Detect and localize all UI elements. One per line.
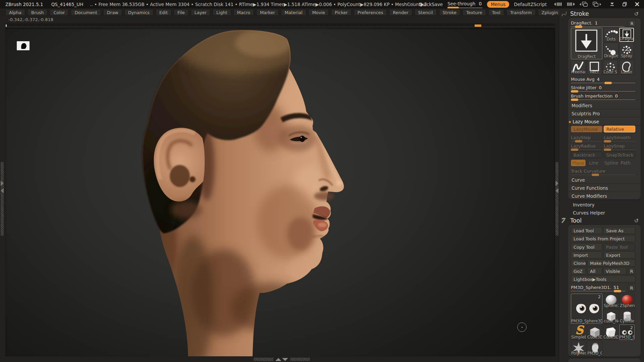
stroke-thumb-spray[interactable]: Spray xyxy=(619,43,634,59)
sculpt-head-viewport[interactable] xyxy=(5,28,555,356)
timeline-playhead[interactable] xyxy=(6,24,7,27)
menu-render[interactable]: Render xyxy=(389,9,412,16)
bottom-tray-handle[interactable] xyxy=(254,358,310,361)
lazystep-slider[interactable]: LazyStep xyxy=(571,134,602,142)
section-modifiers[interactable]: Modifiers xyxy=(568,102,641,110)
lazysnap-slider[interactable]: LazySnap xyxy=(604,143,635,151)
paste-tool-button[interactable]: Paste Tool xyxy=(603,244,635,250)
brush-imperfection-handle[interactable] xyxy=(571,99,578,101)
stroke-thumb-dragrect-small-selected[interactable]: DragRe xyxy=(619,28,634,42)
stroke-type-slider[interactable]: DragRect.1 xyxy=(571,20,625,28)
dock-right-icon[interactable] xyxy=(592,2,601,7)
tool-thumb-polymesh-star[interactable]: PolyMes xyxy=(571,341,586,356)
tool-thumb-zsphere[interactable]: ZSphere xyxy=(620,294,635,308)
section-curve[interactable]: Curve xyxy=(568,176,641,184)
snaptotrack-button[interactable]: SnapToTrack xyxy=(604,152,635,158)
copy-tool-button[interactable]: Copy Tool xyxy=(571,244,602,250)
tray-arrow-up-icon[interactable] xyxy=(275,358,281,361)
document-preview-thumb[interactable] xyxy=(17,41,30,50)
menu-texture[interactable]: Texture xyxy=(463,9,486,16)
section-lazy-mouse[interactable]: Lazy Mouse xyxy=(568,118,641,126)
tool-thumb-cube-ne[interactable]: cube_Ne xyxy=(603,309,619,324)
line-mode-button[interactable]: Line xyxy=(589,160,598,166)
track-curvature-slider[interactable]: Track Curvature xyxy=(571,168,635,176)
tool-thumb-selected-pm3d-sphere3d[interactable]: 2 PM3D_Sphere3D xyxy=(571,294,602,324)
right-tray-divider[interactable] xyxy=(555,162,558,236)
timeline-bar[interactable] xyxy=(5,24,555,27)
stroke-reset-icon[interactable]: ↺ xyxy=(634,11,639,17)
current-tool-handle[interactable] xyxy=(614,290,621,292)
menu-draw[interactable]: Draw xyxy=(103,9,122,16)
left-tray-divider[interactable] xyxy=(1,162,4,236)
tool-reset-icon[interactable]: ↺ xyxy=(634,218,639,224)
right-tray-close-icon[interactable] xyxy=(555,188,558,193)
minimize-icon[interactable] xyxy=(610,2,614,6)
lazyradius-slider[interactable]: LazyRadius xyxy=(571,143,602,151)
tool-palette-header[interactable]: Tool ↺ xyxy=(560,217,643,225)
menu-stroke[interactable]: Stroke xyxy=(439,9,460,16)
spline-mode-button[interactable]: Spline xyxy=(604,160,619,166)
path-mode-button[interactable]: Path xyxy=(621,160,631,166)
menu-tool[interactable]: Tool xyxy=(488,9,504,16)
timeline-marker[interactable] xyxy=(475,24,481,27)
section-sculptris-pro[interactable]: Sculptris Pro xyxy=(568,110,641,118)
menu-stencil[interactable]: Stencil xyxy=(415,9,437,16)
left-tray-open-icon[interactable] xyxy=(1,181,4,186)
menu-color[interactable]: Color xyxy=(50,9,68,16)
left-tray-close-icon[interactable] xyxy=(1,188,4,193)
menu-light[interactable]: Light xyxy=(213,9,231,16)
goz-visible-button[interactable]: Visible xyxy=(603,268,627,275)
menu-dynamics[interactable]: Dynamics xyxy=(124,9,153,16)
menu-material[interactable]: Material xyxy=(281,9,306,16)
stroke-r-button[interactable]: R xyxy=(628,20,636,27)
close-icon[interactable] xyxy=(635,2,639,6)
lazysmooth-slider[interactable]: LazySmooth xyxy=(604,134,635,142)
import-button[interactable]: Import xyxy=(571,252,602,258)
tool-thumb-pm3d-head[interactable]: PM3D_C xyxy=(587,341,602,356)
relative-toggle[interactable]: Relative xyxy=(604,126,635,132)
menu-picker[interactable]: Picker xyxy=(331,9,352,16)
tool-thumb-cube3d-white[interactable]: Cube3D xyxy=(603,324,619,340)
tool-thumb-simplebrush[interactable]: S SimpleB xyxy=(571,324,586,340)
menu-movie[interactable]: Movie xyxy=(309,9,329,16)
see-through-slider[interactable]: See-through 0 xyxy=(447,1,482,8)
backtrack-button[interactable]: Backtrack xyxy=(571,152,602,158)
section-inventory[interactable]: Inventory xyxy=(573,202,594,207)
tool-thumb-sphere3[interactable]: Sphere3 xyxy=(603,294,619,308)
current-tool-slider[interactable]: PM3D_Sphere3D1.51 xyxy=(571,284,625,292)
stroke-jitter-slider[interactable]: Stroke Jitter0 xyxy=(571,84,635,93)
divider-shrink-icon[interactable] xyxy=(554,2,563,6)
menu-macro[interactable]: Macro xyxy=(233,9,254,16)
stroke-thumb-freehand[interactable]: FreeHar xyxy=(571,60,586,75)
goz-all-button[interactable]: All xyxy=(587,268,602,275)
load-tools-from-project-button[interactable]: Load Tools From Project xyxy=(571,235,635,242)
track-curvature-handle[interactable] xyxy=(592,174,599,176)
tray-hatch-left[interactable] xyxy=(254,358,273,361)
menu-layer[interactable]: Layer xyxy=(191,9,210,16)
section-curves-helper[interactable]: Curves Helper xyxy=(573,210,605,216)
quicksave-button[interactable]: QuickSave xyxy=(419,2,443,7)
dock-left-icon[interactable] xyxy=(580,2,588,7)
stroke-thumb-rect[interactable]: Rect xyxy=(587,60,602,75)
tool-thumb-cylinder[interactable]: Cylinder xyxy=(620,309,635,324)
menu-file[interactable]: File xyxy=(174,9,189,16)
stroke-type-handle[interactable] xyxy=(575,25,582,28)
menus-toggle-button[interactable]: Menus xyxy=(487,1,509,8)
restore-icon[interactable] xyxy=(623,2,627,6)
plane-mode-button[interactable]: Plane xyxy=(571,160,586,166)
menu-document[interactable]: Document xyxy=(71,9,101,16)
save-as-button[interactable]: Save As xyxy=(603,227,635,234)
clone-button[interactable]: Clone xyxy=(571,260,586,266)
menu-preferences[interactable]: Preferences xyxy=(354,9,387,16)
tray-arrow-down-icon[interactable] xyxy=(282,358,288,361)
menu-marker[interactable]: Marker xyxy=(256,9,279,16)
stroke-thumb-dots[interactable]: Dots xyxy=(604,28,619,42)
mouse-avg-handle[interactable] xyxy=(604,82,612,84)
menu-brush[interactable]: Brush xyxy=(28,9,48,16)
stroke-palette-header[interactable]: Stroke ↺ xyxy=(560,10,643,18)
section-curve-functions[interactable]: Curve Functions xyxy=(568,184,641,192)
mouse-avg-slider[interactable]: Mouse Avg4 xyxy=(571,76,635,84)
menu-edit[interactable]: Edit xyxy=(156,9,171,16)
goz-button[interactable]: GoZ xyxy=(571,268,586,275)
lazymouse-toggle[interactable]: LazyMouse xyxy=(571,126,602,132)
